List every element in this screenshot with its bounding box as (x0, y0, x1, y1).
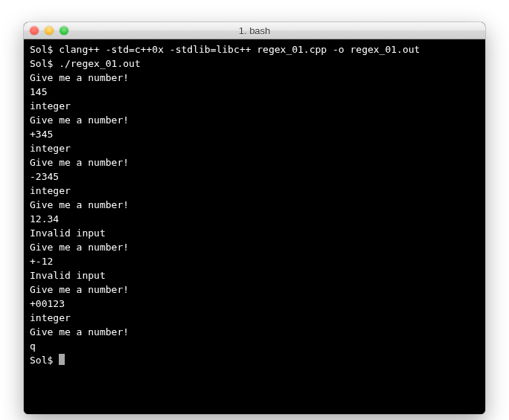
terminal-line: q (30, 339, 479, 353)
terminal-line: integer (30, 311, 479, 325)
terminal-line: +00123 (30, 297, 479, 311)
terminal-line: integer (30, 99, 479, 113)
terminal-line: Give me a number! (30, 282, 479, 297)
window-title: 1. bash (24, 25, 485, 36)
terminal-line: Sol$ clang++ -std=c++0x -stdlib=libc++ r… (30, 42, 479, 56)
titlebar: 1. bash (24, 22, 485, 39)
traffic-lights (24, 26, 68, 35)
terminal-line: 12.34 (30, 212, 479, 226)
terminal-line: Give me a number! (30, 198, 479, 212)
terminal-line: Give me a number! (30, 155, 479, 169)
terminal-content[interactable]: Sol$ clang++ -std=c++0x -stdlib=libc++ r… (24, 39, 485, 414)
terminal-line: 145 (30, 85, 479, 99)
shell-prompt: Sol$ (30, 44, 59, 55)
terminal-line: integer (30, 141, 479, 155)
terminal-line: +-12 (30, 254, 479, 268)
shell-prompt: Sol$ (30, 58, 59, 69)
terminal-line: +345 (30, 127, 479, 141)
terminal-window: 1. bash Sol$ clang++ -std=c++0x -stdlib=… (24, 22, 485, 414)
minimize-button[interactable] (45, 26, 54, 35)
close-button[interactable] (30, 26, 39, 35)
terminal-line: Sol$ (30, 353, 479, 367)
terminal-line: Sol$ ./regex_01.out (30, 56, 479, 71)
terminal-line: -2345 (30, 169, 479, 184)
shell-prompt: Sol$ (30, 355, 59, 366)
terminal-line: Give me a number! (30, 240, 479, 254)
terminal-line: integer (30, 184, 479, 198)
terminal-line: Give me a number! (30, 113, 479, 127)
cursor-icon (59, 354, 65, 365)
terminal-line: Give me a number! (30, 325, 479, 339)
terminal-line: Invalid input (30, 226, 479, 240)
zoom-button[interactable] (60, 26, 68, 35)
terminal-line: Invalid input (30, 268, 479, 282)
terminal-line: Give me a number! (30, 71, 479, 85)
